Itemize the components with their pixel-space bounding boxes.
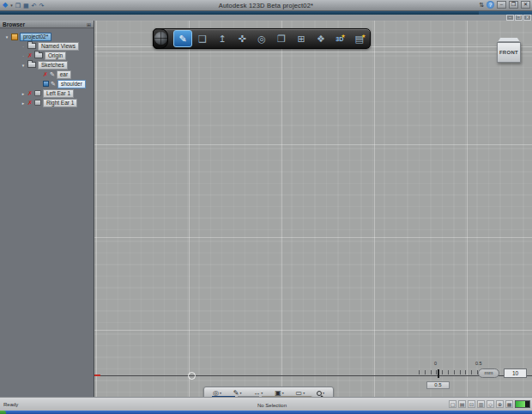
visible-marker-icon[interactable] [43,81,49,87]
combine-tool-icon[interactable]: ❐ [272,30,291,47]
hidden-marker-icon[interactable]: ✗ [43,71,48,77]
window-title: Autodesk 123D Beta project02* [0,2,532,9]
tree-item-left-ear-1[interactable]: ▸✗Left Ear 1 [0,88,94,98]
tree-item-label: Sketches [38,61,68,70]
origin-point-marker[interactable] [188,372,196,380]
modeling-viewport[interactable] [94,21,532,397]
expander-icon: · [21,44,26,49]
main-toolbar: ✎❑↥✜◎❐⊞❖3D▤ [153,28,371,49]
grid-step-field[interactable]: 0.5 [426,381,450,389]
tree-item-ear[interactable]: ✗✎ear [0,70,94,79]
view-cube-front-face[interactable]: FRONT [497,42,521,63]
project-icon [11,33,18,40]
expander-icon[interactable]: ▸ [21,100,26,106]
tree-item-label: ear [57,70,71,79]
help-icon[interactable]: ? [487,1,494,9]
tree-item-label: Named Views [38,42,79,51]
ruler-tick [460,370,461,374]
snap-tool-icon[interactable]: ◎ [252,30,271,47]
sketch-icon: ✎ [51,81,56,87]
sub-bar [0,15,532,21]
taskbar-edge [0,411,532,414]
document-window-controls: – ❐ ✕ [506,15,531,21]
ruler-tick-label-start: 0 [434,361,437,366]
performance-meter [515,400,530,408]
minimize-button[interactable]: – [497,1,506,9]
browser-tree: ▾project02*·Named Views·✗Origin▾Sketches… [0,28,94,107]
tree-item-origin[interactable]: ·✗Origin [0,51,94,60]
browser-header[interactable]: Browser ⊞ [0,21,94,28]
expander-icon[interactable]: ▾ [4,34,9,40]
ruler-cursor-tick [438,369,439,378]
move-tool-icon[interactable]: ✜ [233,30,251,47]
tree-item-label: shoulder [57,80,86,88]
start-button-edge[interactable] [0,411,6,414]
folder-icon [27,43,36,49]
ruler-tick [431,370,432,374]
snap-toggle-icon[interactable]: ⊡ [468,400,475,408]
tree-item-label: Origin [45,52,66,60]
ruler-tick [448,370,449,374]
primitives-tool-icon[interactable]: ❑ [193,30,212,47]
close-button[interactable]: ✕ [521,1,530,9]
zoom-tool-icon[interactable]: ▾ [317,391,324,396]
tree-item-label: project02* [20,33,51,41]
tree-item-sketches[interactable]: ▾Sketches [0,60,94,70]
axis-origin-marker [94,374,100,376]
ruler-tick [465,370,466,374]
ruler-tick-label-end: 0.5 [475,361,482,366]
status-selection-text: No Selection [257,403,287,408]
film-toggle-icon[interactable]: ▦ [505,400,513,408]
pattern-tool-icon[interactable]: ⊞ [292,30,311,47]
hidden-marker-icon[interactable]: ✗ [27,52,33,58]
browser-menu-icon[interactable]: ⊞ [87,21,91,27]
status-toggle-icons: ▢▤⊡▥◇⊕▦ [449,400,513,408]
ruler-tick [425,370,426,374]
app-menu-button[interactable] [153,28,168,49]
maximize-button[interactable]: ❐ [509,1,518,9]
ruler-tick [442,370,443,374]
hidden-marker-icon[interactable]: ✗ [27,100,33,106]
expander-icon[interactable]: ▸ [21,91,26,96]
browser-title: Browser [3,21,25,27]
ortho-toggle-icon[interactable]: ◇ [487,400,494,408]
unit-button[interactable]: mm [478,368,499,378]
view-cube-top-face[interactable] [498,38,520,42]
ruler-tick [471,370,472,374]
sync-icon[interactable]: ⇅ [479,2,484,9]
snapshot-tool-icon[interactable]: ▤ [351,30,370,47]
grid-toggle-icon[interactable]: ▤ [458,400,466,408]
view-cube[interactable]: FRONT [496,38,522,67]
sketch-tool-icon[interactable]: ✎ [173,30,192,47]
doc-close-button[interactable]: ✕ [523,15,531,21]
target-toggle-icon[interactable]: ⊕ [496,400,504,408]
pan-toggle-icon[interactable]: ▢ [449,400,456,408]
ruler-tick [454,370,455,374]
tree-item-named-views[interactable]: ·Named Views [0,41,94,51]
press-pull-tool-icon[interactable]: ↥ [213,30,232,47]
title-bar: ◆▾❒▦↶↷ Autodesk 123D Beta project02* ⇅ ?… [0,0,532,11]
tree-item-shoulder[interactable]: ✎shoulder [0,79,94,88]
sketch-icon: ✎ [50,71,55,77]
expander-icon[interactable]: ▾ [21,63,26,68]
export-3d-tool-icon[interactable]: 3D [331,30,350,47]
materials-tool-icon[interactable]: ❖ [311,30,330,47]
tree-item-right-ear-1[interactable]: ▸✗Right Ear 1 [0,98,94,107]
doc-minimize-button[interactable]: – [506,15,514,21]
folder-icon [27,62,36,68]
magnifier-icon [317,391,322,396]
expander-icon: · [21,53,26,58]
feature-icon [34,100,41,106]
sphere-menu-icon [154,32,167,45]
folder-icon [34,52,43,58]
ruler-tick [419,370,420,374]
feature-icon [34,90,41,96]
doc-restore-button[interactable]: ❐ [515,15,523,21]
tree-item-project02[interactable]: ▾project02* [0,32,94,41]
grid-scale-field[interactable]: 10 [504,368,527,378]
status-ready-text: Ready [3,402,18,407]
sketch-x-axis [94,375,532,376]
layers-toggle-icon[interactable]: ▥ [477,400,485,408]
tree-item-label: Right Ear 1 [43,99,78,107]
hidden-marker-icon[interactable]: ✗ [27,90,33,96]
